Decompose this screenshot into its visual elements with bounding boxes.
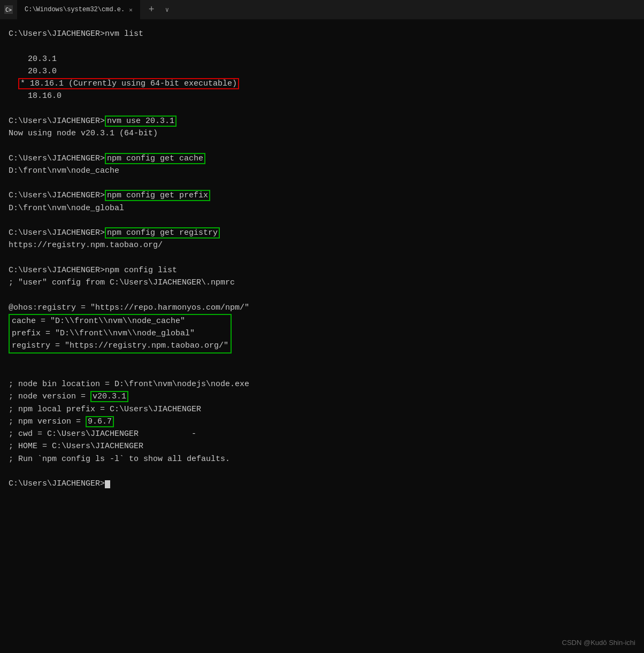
line-nvm-list-cmd: C:\Users\JIACHENGER>nvm list (9, 28, 635, 40)
active-tab[interactable]: C:\Windows\system32\cmd.e. ✕ (17, 0, 140, 19)
tab-dropdown-button[interactable]: ∨ (163, 6, 171, 14)
line-npmrc-comment: ; "user" config from C:\Users\JIACHENGER… (9, 276, 635, 289)
line-node-bin: ; node bin location = D:\front\nvm\nodej… (9, 378, 635, 390)
close-tab-button[interactable]: ✕ (129, 6, 133, 13)
line-node-version: ; node version = v20.3.1 (9, 390, 635, 403)
tab-title: C:\Windows\system32\cmd.e. (25, 6, 125, 13)
npm-cache-highlight: npm config get cache (105, 153, 205, 164)
line-npm-prefix-result: D:\front\nvm\node_global (9, 202, 635, 214)
config-block-highlight: cache = "D:\\front\\nvm\\node_cache" pre… (9, 314, 232, 354)
line-home: ; HOME = C:\Users\JIACHENGER (9, 440, 635, 452)
line-nvm-use-cmd: C:\Users\JIACHENGER>nvm use 20.3.1 (9, 115, 635, 127)
terminal-output: C:\Users\JIACHENGER>nvm list 20.3.1 20.3… (0, 19, 644, 653)
line-npm-prefix: ; npm local prefix = C:\Users\JIACHENGER (9, 403, 635, 416)
npm-version-highlight: 9.6.7 (86, 416, 114, 427)
line-run-hint: ; Run `npm config ls -l` to show all def… (9, 453, 635, 465)
line-version-18-16-0: 18.16.0 (9, 90, 635, 102)
node-version-highlight: v20.3.1 (90, 391, 128, 402)
line-prefix-config: prefix = "D:\\front\\nvm\\node_global" (12, 327, 228, 340)
line-npm-registry-cmd: C:\Users\JIACHENGER>npm config get regis… (9, 227, 635, 239)
line-cache-config: cache = "D:\\front\\nvm\\node_cache" (12, 315, 228, 327)
svg-text:C>: C> (5, 7, 12, 13)
line-version-20-3-0: 20.3.0 (9, 65, 635, 78)
line-registry-config: registry = "https://registry.npm.taobao.… (12, 340, 228, 352)
line-cwd: ; cwd = C:\Users\JIACHENGER - (9, 428, 635, 440)
line-version-20-3-1: 20.3.1 (9, 53, 635, 65)
line-ohos-registry: @ohos:registry = "https://repo.harmonyos… (9, 302, 635, 314)
new-tab-button[interactable]: + (144, 4, 159, 15)
line-npm-config-list-cmd: C:\Users\JIACHENGER>npm config list (9, 264, 635, 276)
line-npm-prefix-cmd: C:\Users\JIACHENGER>npm config get prefi… (9, 189, 635, 202)
line-npm-cache-cmd: C:\Users\JIACHENGER>npm config get cache (9, 152, 635, 165)
watermark: CSDN @Kudō Shin-ichi (562, 639, 635, 647)
npm-prefix-highlight: npm config get prefix (105, 190, 210, 201)
line-current-version: * 18.16.1 (Currently using 64-bit execut… (9, 78, 635, 90)
cursor (105, 480, 110, 488)
line-nvm-use-result: Now using node v20.3.1 (64-bit) (9, 127, 635, 140)
line-prompt: C:\Users\JIACHENGER> (9, 478, 635, 490)
line-npm-registry-result: https://registry.npm.taobao.org/ (9, 239, 635, 251)
nvm-use-highlight: nvm use 20.3.1 (105, 116, 177, 127)
cmd-icon: C> (4, 5, 13, 14)
npm-registry-highlight: npm config get registry (105, 227, 220, 239)
line-npm-version: ; npm version = 9.6.7 (9, 416, 635, 428)
titlebar: C> C:\Windows\system32\cmd.e. ✕ + ∨ (0, 0, 644, 19)
current-version-highlight: * 18.16.1 (Currently using 64-bit execut… (18, 78, 239, 89)
line-npm-cache-result: D:\front\nvm\node_cache (9, 165, 635, 177)
